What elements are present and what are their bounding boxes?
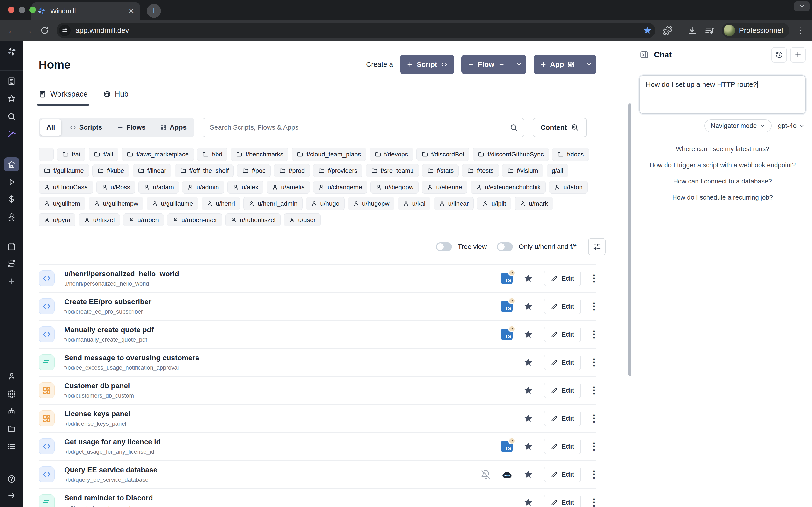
filter-chip[interactable]: u/faton <box>549 181 588 193</box>
filter-chip[interactable]: u/pyra <box>39 213 75 226</box>
search-icon[interactable] <box>4 110 19 124</box>
filter-chip[interactable]: u/amelia <box>267 181 310 193</box>
tree-view-toggle[interactable] <box>436 242 452 251</box>
tune-icon[interactable] <box>59 24 70 36</box>
create-script-button[interactable]: Script <box>400 55 454 74</box>
browser-menu-kebab-icon[interactable]: ⋮ <box>797 25 805 35</box>
tab-hub[interactable]: Hub <box>103 90 129 105</box>
filter-chip[interactable]: f/providers <box>313 164 362 177</box>
filter-chip[interactable]: u/guilhem <box>39 197 85 210</box>
item-menu-kebab-icon[interactable]: ••• <box>592 469 597 480</box>
edit-button[interactable]: Edit <box>544 271 581 286</box>
favorite-star-icon[interactable] <box>523 385 534 395</box>
item-menu-kebab-icon[interactable]: ••• <box>592 330 597 339</box>
tab-workspace[interactable]: Workspace <box>39 90 88 105</box>
filter-chip[interactable]: u/user <box>284 213 321 226</box>
filter-chip[interactable] <box>39 148 54 161</box>
filter-chip[interactable]: u/HugoCasa <box>39 181 93 193</box>
help-icon[interactable] <box>4 472 19 486</box>
list-item[interactable]: License keys panel f/bd/license_keys_pan… <box>39 404 597 432</box>
filter-chip[interactable]: f/devops <box>369 148 413 161</box>
display-settings-button[interactable] <box>588 238 606 256</box>
filter-chip[interactable]: u/linear <box>434 197 474 210</box>
workspace-building-icon[interactable] <box>4 74 19 89</box>
chat-suggestion[interactable]: How can I connect to a database? <box>673 178 772 185</box>
collapse-panel-icon[interactable] <box>640 50 649 60</box>
workers-robot-icon[interactable] <box>4 405 19 418</box>
filter-chip[interactable]: f/guillaume <box>39 164 89 177</box>
windmill-logo[interactable] <box>4 44 19 58</box>
chat-input[interactable]: How do I set up a new HTTP route? <box>640 75 806 114</box>
window-controls[interactable] <box>8 7 36 13</box>
filter-chip[interactable]: f/kube <box>92 164 129 177</box>
edit-button[interactable]: Edit <box>544 355 581 370</box>
only-filter-toggle[interactable] <box>497 242 513 251</box>
favorite-star-icon[interactable] <box>523 329 534 339</box>
create-app-button[interactable]: App <box>534 55 597 74</box>
favorites-star-icon[interactable] <box>4 92 19 106</box>
item-menu-kebab-icon[interactable]: ••• <box>592 274 597 283</box>
triggers-route-icon[interactable] <box>4 257 19 271</box>
chat-suggestion[interactable]: How do I schedule a recurring job? <box>672 194 773 201</box>
content-search-button[interactable]: Content <box>532 118 587 137</box>
filter-chip[interactable]: f/poc <box>237 164 270 177</box>
variables-dollar-icon[interactable] <box>4 192 19 206</box>
favorite-star-icon[interactable] <box>523 357 534 368</box>
filter-chip[interactable]: u/lplit <box>477 197 511 210</box>
playlist-icon[interactable] <box>704 25 714 36</box>
filter-chip[interactable]: f/cloud_team_plans <box>292 148 366 161</box>
chat-history-button[interactable] <box>771 47 787 62</box>
filter-chip[interactable]: f/off_the_shelf <box>175 164 234 177</box>
folders-icon[interactable] <box>4 422 19 436</box>
download-icon[interactable] <box>687 25 697 35</box>
edit-button[interactable]: Edit <box>544 327 581 342</box>
filter-chip[interactable]: f/benchmarks <box>231 148 288 161</box>
item-menu-kebab-icon[interactable]: ••• <box>592 357 597 368</box>
logs-list-icon[interactable] <box>4 439 19 453</box>
list-item[interactable]: Query EE service database f/bd/query_ee_… <box>39 460 597 488</box>
schedules-calendar-icon[interactable] <box>4 239 19 253</box>
home-icon[interactable] <box>4 157 19 171</box>
create-plus-icon[interactable] <box>4 274 19 288</box>
window-minimize-button[interactable] <box>19 7 25 13</box>
item-menu-kebab-icon[interactable]: ••• <box>592 301 597 312</box>
browser-tab[interactable]: Windmill ✕ <box>32 2 140 20</box>
filter-chip[interactable]: f/discordGithubSync <box>473 148 549 161</box>
filter-chip[interactable]: u/changeme <box>313 181 367 193</box>
window-zoom-button[interactable] <box>30 7 36 13</box>
search-input[interactable] <box>210 124 509 131</box>
chevron-down-icon[interactable] <box>794 1 810 11</box>
filter-chip[interactable]: f/aws_marketplace <box>121 148 194 161</box>
edit-button[interactable]: Edit <box>544 495 581 507</box>
edit-button[interactable]: Edit <box>544 411 581 426</box>
list-item[interactable]: Create EE/pro subscriber f/bd/create_ee_… <box>39 292 597 320</box>
filter-chip[interactable]: f/visium <box>502 164 543 177</box>
new-tab-button[interactable]: + <box>147 4 161 18</box>
filter-chip[interactable]: f/linear <box>133 164 171 177</box>
favorite-star-icon[interactable] <box>523 497 534 507</box>
list-item[interactable]: Send message to overusing customers f/bd… <box>39 348 597 376</box>
model-select[interactable]: gpt-4o <box>778 122 805 130</box>
filter-chip[interactable]: u/hugopw <box>348 197 395 210</box>
favorite-star-icon[interactable] <box>523 413 534 424</box>
filter-chip[interactable]: f/sre_team1 <box>366 164 419 177</box>
list-item[interactable]: Send reminder to Discord f/all/send_disc… <box>39 488 597 507</box>
filter-chip[interactable]: f/tests <box>462 164 499 177</box>
filter-chip[interactable]: u/alex <box>227 181 263 193</box>
favorite-star-icon[interactable] <box>523 441 534 451</box>
list-item[interactable]: Customer db panel f/bd/customers_db_cust… <box>39 376 597 404</box>
item-menu-kebab-icon[interactable]: ••• <box>592 498 597 507</box>
filter-chip[interactable]: f/docs <box>552 148 589 161</box>
favorite-star-icon[interactable] <box>523 469 534 480</box>
item-menu-kebab-icon[interactable]: ••• <box>592 442 597 451</box>
favorite-star-icon[interactable] <box>523 273 534 283</box>
filter-chip[interactable]: f/all <box>89 148 118 161</box>
edit-button[interactable]: Edit <box>544 439 581 454</box>
filter-chip[interactable]: u/ruben-user <box>167 213 222 226</box>
filter-chip[interactable]: u/admin <box>182 181 224 193</box>
filter-chip[interactable]: u/guillaume <box>147 197 198 210</box>
chat-suggestion[interactable]: Where can I see my latest runs? <box>676 145 769 153</box>
filter-chip[interactable]: u/rubenfiszel <box>225 213 280 226</box>
segment-scripts[interactable]: Scripts <box>63 119 108 136</box>
filter-chip[interactable]: u/ruben <box>123 213 164 226</box>
